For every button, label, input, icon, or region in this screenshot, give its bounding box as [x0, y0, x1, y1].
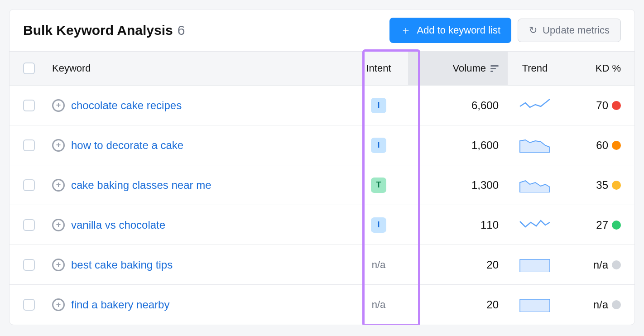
kd-value: 27: [596, 219, 608, 231]
row-checkbox-cell: [23, 179, 50, 191]
row-checkbox-cell: [23, 219, 50, 231]
trend-cell: [508, 176, 562, 194]
plus-icon: ＋: [400, 23, 411, 38]
intent-badge: I: [371, 138, 386, 153]
kd-cell: 27: [562, 219, 621, 231]
keyword-cell: + chocolate cake recipes: [50, 99, 349, 112]
row-checkbox-cell: [23, 259, 50, 271]
trend-cell: [508, 296, 562, 314]
row-checkbox-cell: [23, 299, 50, 311]
column-header-keyword[interactable]: Keyword: [50, 62, 349, 74]
table-row: + how to decorate a cake I 1,600 60: [10, 125, 634, 165]
keyword-link[interactable]: how to decorate a cake: [71, 139, 183, 152]
kd-cell: 60: [562, 139, 621, 152]
table-wrapper: Keyword Intent Volume Trend KD %: [10, 51, 634, 325]
row-checkbox[interactable]: [23, 139, 35, 151]
sort-desc-icon: [490, 65, 499, 72]
kd-cell: 70: [562, 99, 621, 112]
intent-cell: T: [349, 178, 408, 193]
keyword-link[interactable]: chocolate cake recipes: [71, 99, 182, 112]
table-row: + chocolate cake recipes I 6,600 70: [10, 86, 634, 125]
intent-badge: I: [371, 217, 386, 233]
kd-value: 60: [596, 139, 608, 152]
add-to-keyword-list-button[interactable]: ＋ Add to keyword list: [389, 18, 511, 43]
intent-cell: I: [349, 217, 408, 233]
expand-icon[interactable]: +: [52, 99, 65, 112]
volume-value: 20: [486, 298, 499, 311]
expand-icon[interactable]: +: [52, 298, 65, 311]
page-title: Bulk Keyword Analysis: [23, 23, 173, 38]
expand-icon[interactable]: +: [52, 139, 65, 152]
volume-value: 6,600: [471, 99, 499, 112]
volume-cell: 20: [408, 298, 508, 311]
volume-value: 110: [481, 219, 499, 231]
volume-cell: 1,600: [408, 139, 508, 152]
update-metrics-button[interactable]: ↻ Update metrics: [518, 19, 621, 42]
kd-difficulty-dot: [612, 260, 621, 269]
intent-na: n/a: [372, 299, 386, 310]
result-count: 6: [178, 23, 185, 38]
kd-value: 70: [596, 99, 608, 112]
expand-icon[interactable]: +: [52, 219, 65, 231]
kd-label: KD %: [596, 62, 621, 74]
volume-cell: 1,300: [408, 179, 508, 192]
kd-difficulty-dot: [612, 101, 621, 110]
column-header-trend[interactable]: Trend: [508, 62, 562, 74]
column-header-kd[interactable]: KD %: [562, 62, 621, 74]
trend-cell: [508, 136, 562, 154]
table-row: + vanilla vs chocolate I 110 27: [10, 205, 634, 245]
header-actions: ＋ Add to keyword list ↻ Update metrics: [389, 18, 621, 43]
expand-icon[interactable]: +: [52, 179, 65, 192]
table-body: + chocolate cake recipes I 6,600 70 + ho…: [10, 86, 634, 325]
column-header-volume[interactable]: Volume: [408, 52, 508, 85]
column-header-intent[interactable]: Intent: [349, 62, 408, 74]
trend-cell: [508, 256, 562, 274]
keyword-link[interactable]: vanilla vs chocolate: [71, 219, 165, 231]
column-header-volume-wrap: Volume: [408, 52, 508, 85]
add-button-label: Add to keyword list: [417, 24, 500, 36]
intent-badge: I: [371, 98, 386, 113]
keyword-link[interactable]: cake baking classes near me: [71, 179, 211, 192]
table-row: + find a bakery nearby n/a 20 n/a: [10, 285, 634, 325]
card-header: Bulk Keyword Analysis 6 ＋ Add to keyword…: [10, 10, 634, 51]
keyword-cell: + cake baking classes near me: [50, 179, 349, 192]
volume-value: 1,300: [471, 179, 499, 192]
update-button-label: Update metrics: [543, 24, 610, 36]
volume-value: 20: [486, 259, 499, 271]
keyword-cell: + vanilla vs chocolate: [50, 219, 349, 231]
intent-cell: I: [349, 138, 408, 153]
keyword-cell: + find a bakery nearby: [50, 298, 349, 311]
row-checkbox[interactable]: [23, 179, 35, 191]
row-checkbox[interactable]: [23, 100, 35, 111]
kd-cell: n/a: [562, 259, 621, 271]
row-checkbox[interactable]: [23, 299, 35, 311]
row-checkbox-cell: [23, 100, 50, 111]
keyword-link[interactable]: find a bakery nearby: [71, 298, 169, 311]
table-row: + cake baking classes near me T 1,300 35: [10, 165, 634, 205]
header-checkbox-cell: [23, 62, 50, 74]
select-all-checkbox[interactable]: [23, 62, 35, 74]
kd-difficulty-dot: [612, 300, 621, 309]
trend-cell: [508, 96, 562, 115]
keyword-cell: + best cake baking tips: [50, 259, 349, 271]
kd-value: n/a: [593, 298, 608, 311]
row-checkbox-cell: [23, 139, 50, 151]
intent-cell: n/a: [349, 299, 408, 311]
keyword-link[interactable]: best cake baking tips: [71, 259, 173, 271]
table-row: + best cake baking tips n/a 20 n/a: [10, 245, 634, 285]
expand-icon[interactable]: +: [52, 259, 65, 271]
intent-badge: T: [371, 178, 386, 193]
volume-cell: 6,600: [408, 99, 508, 112]
svg-rect-1: [520, 299, 550, 312]
kd-value: n/a: [593, 259, 608, 271]
svg-rect-0: [520, 259, 550, 272]
volume-cell: 110: [408, 219, 508, 231]
table-header: Keyword Intent Volume Trend KD %: [10, 51, 634, 86]
volume-value: 1,600: [471, 139, 499, 152]
row-checkbox[interactable]: [23, 219, 35, 231]
header-title-group: Bulk Keyword Analysis 6: [23, 23, 185, 38]
trend-cell: [508, 216, 562, 234]
refresh-icon: ↻: [529, 24, 537, 36]
row-checkbox[interactable]: [23, 259, 35, 271]
intent-cell: n/a: [349, 259, 408, 271]
